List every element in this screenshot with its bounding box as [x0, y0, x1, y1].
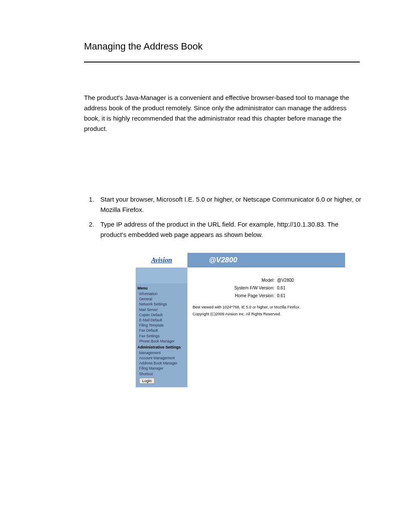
- step-item: Type IP address of the product in the UR…: [96, 219, 363, 240]
- copyright-text: Copyright (C)2009 Avision Inc. All Right…: [193, 312, 340, 316]
- webpage-logo-box: Avision: [136, 253, 187, 268]
- info-value: @V2800: [277, 278, 340, 283]
- menu-item-shortcut[interactable]: Shortcut: [137, 371, 186, 376]
- menu-item-filing-manager[interactable]: Filing Manager: [137, 366, 186, 371]
- menu-item-email-default[interactable]: E-Mail Default: [137, 317, 186, 323]
- menu-item-information[interactable]: Information: [137, 291, 186, 296]
- menu-item-filing-template[interactable]: Filing Template: [137, 323, 186, 328]
- menu-item-network-settings[interactable]: Network Settings: [137, 302, 186, 307]
- info-label: Home Page Version:: [193, 293, 277, 298]
- menu-item-mail-server[interactable]: Mail Server: [137, 307, 186, 312]
- info-value: 0.61: [277, 286, 340, 290]
- menu-section: Menu Information General Network Setting…: [136, 284, 187, 387]
- menu-item-address-book-manager[interactable]: Address Book Manager: [137, 361, 186, 366]
- webpage-title-box: @V2800: [187, 253, 345, 268]
- step-item: Start your browser, Microsoft I.E. 5.0 o…: [96, 194, 363, 215]
- webpage-content: Model: @V2800 System F/W Version: 0.61 H…: [187, 268, 345, 387]
- product-model-title: @V2800: [209, 256, 237, 264]
- title-rule: [84, 62, 360, 62]
- sidebar-header-stripes: [136, 268, 187, 284]
- info-row-model: Model: @V2800: [193, 278, 340, 283]
- info-row-homepage: Home Page Version: 0.61: [193, 293, 340, 298]
- menu-item-fax-settings[interactable]: Fax Settings: [137, 333, 186, 339]
- menu-heading: Menu: [137, 285, 186, 291]
- info-row-firmware: System F/W Version: 0.61: [193, 286, 340, 290]
- document-page: Managing the Address Book The product's …: [0, 0, 411, 413]
- webpage-body: Menu Information General Network Setting…: [136, 268, 345, 387]
- menu-item-copier-default[interactable]: Copier Default: [137, 312, 186, 317]
- info-value: 0.61: [277, 293, 340, 298]
- avision-logo: Avision: [151, 256, 172, 264]
- best-viewed-note: Best viewed with 1024*768, IE 5.0 or hig…: [193, 305, 340, 309]
- menu-item-general[interactable]: General: [137, 296, 186, 302]
- admin-settings-heading: Administrative Settings: [137, 344, 186, 350]
- info-label: System F/W Version:: [193, 286, 277, 290]
- menu-item-phone-book-manager[interactable]: Phone Book Manager: [137, 339, 186, 344]
- page-title: Managing the Address Book: [84, 41, 364, 52]
- menu-item-account-management[interactable]: Account Management: [137, 355, 186, 361]
- webpage-sidebar: Menu Information General Network Setting…: [136, 268, 187, 387]
- menu-item-fax-default[interactable]: Fax Default: [137, 328, 186, 333]
- embedded-webpage-screenshot: Avision @V2800 Menu Information General …: [136, 253, 345, 387]
- login-button[interactable]: Login: [139, 378, 155, 384]
- info-label: Model:: [193, 278, 277, 283]
- menu-item-management[interactable]: Management: [137, 350, 186, 355]
- webpage-header: Avision @V2800: [136, 253, 345, 268]
- intro-paragraph: The product's Java-Manager is a convenie…: [84, 93, 360, 134]
- steps-list: Start your browser, Microsoft I.E. 5.0 o…: [84, 194, 363, 240]
